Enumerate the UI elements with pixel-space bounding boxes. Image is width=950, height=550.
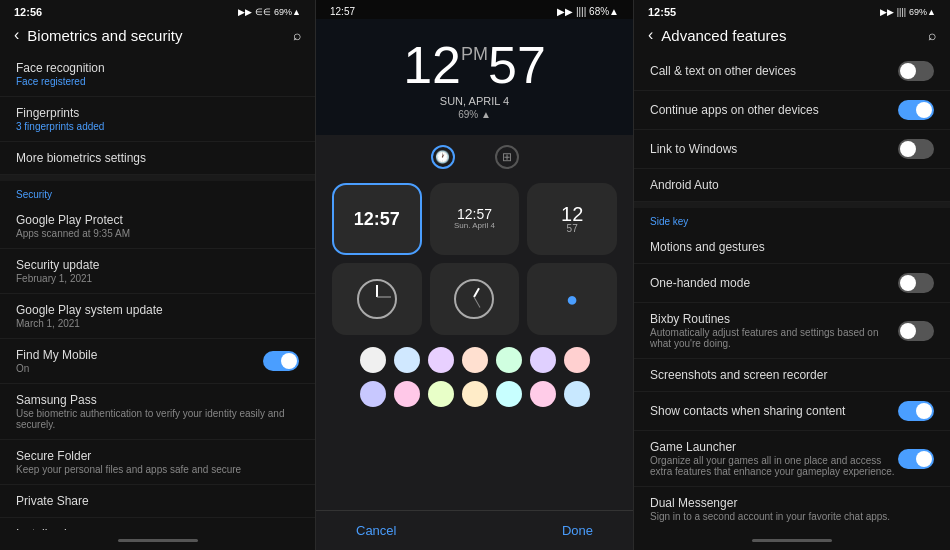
- settings-item-play-system[interactable]: Google Play system update March 1, 2021: [0, 294, 315, 339]
- status-time-3: 12:55: [648, 6, 676, 18]
- item-subtitle-fingerprints: 3 fingerprints added: [16, 121, 299, 132]
- toggle-find-mobile[interactable]: [263, 351, 299, 371]
- item-title-link-windows: Link to Windows: [650, 142, 898, 156]
- color-blue-light[interactable]: [394, 347, 420, 373]
- nav-bar-3: ‹ Advanced features ⌕: [634, 22, 950, 52]
- item-title-dual-messenger: Dual Messenger: [650, 496, 934, 510]
- dot-clock-icon: ●: [566, 288, 578, 311]
- item-title-motions: Motions and gestures: [650, 240, 934, 254]
- back-button-3[interactable]: ‹: [648, 26, 653, 44]
- signal-icon: ▶▶: [238, 7, 252, 17]
- hour-hand: [376, 285, 378, 297]
- settings-item-continue-apps[interactable]: Continue apps on other devices: [634, 91, 950, 130]
- settings-item-game-launcher[interactable]: Game Launcher Organize all your games al…: [634, 431, 950, 487]
- settings-item-private-share[interactable]: Private Share: [0, 485, 315, 518]
- search-icon-3[interactable]: ⌕: [928, 27, 936, 43]
- status-bar-3: 12:55 ▶▶ |||| 69%▲: [634, 0, 950, 22]
- status-icons-1: ▶▶ ∈∈ 69%▲: [238, 7, 301, 17]
- panel-lockscreen: 12:57 ▶▶ |||| 68%▲ 12 PM 57 SUN, APRIL 4…: [316, 0, 634, 550]
- item-subtitle-play-protect: Apps scanned at 9:35 AM: [16, 228, 299, 239]
- done-button[interactable]: Done: [552, 519, 603, 542]
- clock-style-large[interactable]: 12:57: [332, 183, 422, 255]
- item-title-samsung-pass: Samsung Pass: [16, 393, 299, 407]
- settings-item-link-windows[interactable]: Link to Windows: [634, 130, 950, 169]
- settings-item-secure-folder[interactable]: Secure Folder Keep your personal files a…: [0, 440, 315, 485]
- item-subtitle-game-launcher: Organize all your games all in one place…: [650, 455, 898, 477]
- color-periwinkle[interactable]: [360, 381, 386, 407]
- item-subtitle-secure-folder: Keep your personal files and apps safe a…: [16, 464, 299, 475]
- toggle-bixby[interactable]: [898, 321, 934, 341]
- item-title-face: Face recognition: [16, 61, 299, 75]
- color-row-2: [316, 377, 633, 415]
- lockscreen-battery: 69% ▲: [458, 109, 491, 120]
- bottom-bar-3: [634, 530, 950, 550]
- settings-item-motions[interactable]: Motions and gestures: [634, 231, 950, 264]
- settings-item-one-handed[interactable]: One-handed mode: [634, 264, 950, 303]
- signal-icon-3: ▶▶ ||||: [880, 7, 906, 17]
- bottom-line-1: [118, 539, 198, 542]
- settings-item-play-protect[interactable]: Google Play Protect Apps scanned at 9:35…: [0, 204, 315, 249]
- color-white[interactable]: [360, 347, 386, 373]
- item-title-private-share: Private Share: [16, 494, 299, 508]
- color-sky[interactable]: [564, 381, 590, 407]
- section-label-security: Security: [0, 181, 315, 204]
- toggle-show-contacts[interactable]: [898, 401, 934, 421]
- lockscreen-clock: 12 PM 57 SUN, APRIL 4 69% ▲: [316, 19, 633, 135]
- settings-item-bixby[interactable]: Bixby Routines Automatically adjust feat…: [634, 303, 950, 359]
- settings-item-screenshots[interactable]: Screenshots and screen recorder: [634, 359, 950, 392]
- settings-item-security-update[interactable]: Security update February 1, 2021: [0, 249, 315, 294]
- clock-style-dot[interactable]: ●: [527, 263, 617, 335]
- clock-split-bot: 57: [567, 224, 578, 234]
- settings-item-fingerprints[interactable]: Fingerprints 3 fingerprints added: [0, 97, 315, 142]
- toggle-one-handed[interactable]: [898, 273, 934, 293]
- settings-item-dual-messenger[interactable]: Dual Messenger Sign in to a second accou…: [634, 487, 950, 530]
- color-cream[interactable]: [462, 381, 488, 407]
- item-subtitle-security-update: February 1, 2021: [16, 273, 299, 284]
- color-green-light[interactable]: [496, 347, 522, 373]
- status-time-1: 12:56: [14, 6, 42, 18]
- settings-item-android-auto[interactable]: Android Auto: [634, 169, 950, 202]
- settings-item-show-contacts[interactable]: Show contacts when sharing content: [634, 392, 950, 431]
- clock-ampm: PM: [461, 45, 488, 63]
- settings-list-1: Face recognition Face registered Fingerp…: [0, 52, 315, 530]
- settings-item-call-text[interactable]: Call & text on other devices: [634, 52, 950, 91]
- settings-item-more-biometrics[interactable]: More biometrics settings: [0, 142, 315, 175]
- status-bar-2: 12:57 ▶▶ |||| 68%▲: [316, 0, 633, 19]
- picker-tab-clock[interactable]: 🕐: [431, 145, 455, 169]
- clock-style-analog2[interactable]: [430, 263, 520, 335]
- cancel-button[interactable]: Cancel: [346, 519, 406, 542]
- bottom-bar-1: [0, 530, 315, 550]
- search-icon-1[interactable]: ⌕: [293, 27, 301, 43]
- toggle-continue-apps[interactable]: [898, 100, 934, 120]
- settings-item-face[interactable]: Face recognition Face registered: [0, 52, 315, 97]
- item-title-more-biometrics: More biometrics settings: [16, 151, 299, 165]
- settings-item-find-mobile[interactable]: Find My Mobile On: [0, 339, 315, 384]
- toggle-knob-find-mobile: [281, 353, 297, 369]
- settings-item-samsung-pass[interactable]: Samsung Pass Use biometric authenticatio…: [0, 384, 315, 440]
- back-button-1[interactable]: ‹: [14, 26, 19, 44]
- color-magenta[interactable]: [530, 381, 556, 407]
- color-pink-light[interactable]: [564, 347, 590, 373]
- clock-hour: 12: [403, 39, 461, 91]
- status-icons-3: ▶▶ |||| 69%▲: [880, 7, 936, 17]
- color-purple[interactable]: [428, 347, 454, 373]
- clock-style-medium[interactable]: 12:57 Sun. April 4: [430, 183, 520, 255]
- item-title-android-auto: Android Auto: [650, 178, 934, 192]
- clock-style-analog1[interactable]: [332, 263, 422, 335]
- color-lime[interactable]: [428, 381, 454, 407]
- toggle-game-launcher[interactable]: [898, 449, 934, 469]
- picker-tab-info[interactable]: ⊞: [495, 145, 519, 169]
- color-rose[interactable]: [394, 381, 420, 407]
- color-lavender[interactable]: [530, 347, 556, 373]
- clock-style-split[interactable]: 12 57: [527, 183, 617, 255]
- color-cyan[interactable]: [496, 381, 522, 407]
- toggle-call-text[interactable]: [898, 61, 934, 81]
- color-peach[interactable]: [462, 347, 488, 373]
- item-title-play-system: Google Play system update: [16, 303, 299, 317]
- settings-item-install-unknown[interactable]: Install unknown apps: [0, 518, 315, 530]
- settings-list-3: Call & text on other devices Continue ap…: [634, 52, 950, 530]
- bottom-line-3: [752, 539, 832, 542]
- item-subtitle-dual-messenger: Sign in to a second account in your favo…: [650, 511, 934, 522]
- nav-bar-1: ‹ Biometrics and security ⌕: [0, 22, 315, 52]
- toggle-link-windows[interactable]: [898, 139, 934, 159]
